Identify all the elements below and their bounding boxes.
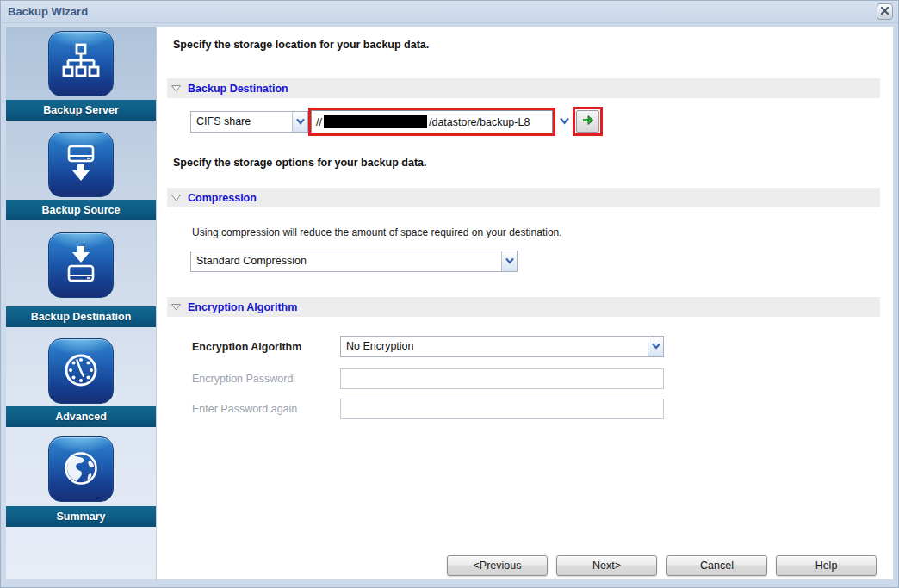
destination-path-input[interactable]: // /datastore/backup-L8	[311, 110, 553, 133]
sidebar-item-advanced[interactable]: Advanced	[6, 406, 156, 427]
previous-button[interactable]: <Previous	[447, 555, 548, 576]
destination-path-dropdown-trigger[interactable]	[557, 113, 571, 130]
help-button-label: Help	[815, 560, 838, 572]
x-icon	[880, 6, 890, 18]
chevron-down-icon[interactable]	[292, 112, 307, 132]
confirm-password-label: Enter Password again	[192, 403, 297, 415]
path-suffix: /datastore/backup-L8	[429, 116, 530, 128]
connect-go-button[interactable]	[576, 110, 599, 133]
backup-wizard-dialog: Backup Wizard Backup Server	[0, 0, 899, 588]
wizard-steps-sidebar: Backup Server Backup Source	[6, 27, 157, 579]
storage-location-heading: Specify the storage location for your ba…	[173, 39, 429, 51]
clock-icon	[60, 350, 102, 393]
globe-icon	[60, 448, 102, 492]
chevron-down-icon[interactable]	[501, 251, 517, 271]
encryption-section-header[interactable]: Encryption Algorithm	[167, 297, 880, 317]
path-prefix: //	[316, 116, 322, 128]
encryption-algorithm-dropdown[interactable]: No Encryption	[340, 336, 664, 357]
green-arrow-right-icon	[581, 113, 595, 130]
arrow-into-drive-icon	[60, 244, 102, 288]
cancel-button-label: Cancel	[700, 560, 734, 572]
summary-step-icon	[48, 436, 114, 502]
next-button-label: Next>	[592, 560, 621, 572]
sidebar-item-backup-server[interactable]: Backup Server	[6, 100, 156, 121]
encryption-password-field[interactable]	[340, 368, 664, 389]
window-title: Backup Wizard	[8, 1, 88, 22]
confirm-password-field[interactable]	[340, 399, 664, 419]
section-title: Encryption Algorithm	[188, 301, 297, 313]
sidebar-item-backup-source[interactable]: Backup Source	[6, 200, 156, 220]
step-label: Backup Destination	[31, 311, 132, 323]
section-title: Compression	[188, 192, 257, 204]
backup-server-step-icon	[48, 31, 114, 96]
destination-path-annotation: // /datastore/backup-L8	[308, 108, 555, 136]
compression-dropdown[interactable]: Standard Compression	[190, 251, 518, 272]
step-label: Backup Source	[41, 204, 120, 216]
sidebar-item-summary[interactable]: Summary	[6, 506, 156, 527]
go-button-annotation	[573, 107, 603, 136]
compression-value: Standard Compression	[191, 251, 501, 271]
cancel-button[interactable]: Cancel	[666, 555, 767, 576]
network-icon	[60, 42, 102, 86]
step-label: Summary	[57, 511, 106, 523]
redacted-server-name	[324, 115, 427, 128]
step-label: Backup Server	[43, 104, 119, 116]
wizard-content: Specify the storage location for your ba…	[157, 27, 893, 579]
drive-down-arrow-icon	[60, 143, 102, 187]
titlebar: Backup Wizard	[1, 1, 898, 23]
advanced-step-icon	[48, 338, 114, 404]
encryption-algorithm-label: Encryption Algorithm	[192, 341, 301, 353]
previous-button-label: <Previous	[474, 560, 522, 572]
share-type-value: CIFS share	[191, 112, 292, 132]
backup-source-step-icon	[48, 132, 114, 197]
sidebar-item-backup-destination[interactable]: Backup Destination	[6, 306, 156, 327]
encryption-algorithm-value: No Encryption	[341, 337, 648, 356]
close-button[interactable]	[877, 3, 893, 20]
collapse-triangle-icon	[171, 83, 181, 95]
compression-description: Using compression will reduce the amount…	[192, 226, 562, 238]
backup-destination-section-header[interactable]: Backup Destination	[167, 78, 880, 98]
encryption-password-label: Encryption Password	[192, 373, 293, 385]
step-label: Advanced	[55, 411, 107, 423]
chevron-down-icon	[560, 115, 569, 127]
collapse-triangle-icon	[171, 192, 181, 204]
chevron-down-icon[interactable]	[648, 337, 663, 356]
section-title: Backup Destination	[188, 83, 288, 95]
backup-destination-step-icon	[48, 232, 114, 298]
help-button[interactable]: Help	[776, 555, 877, 576]
share-type-dropdown[interactable]: CIFS share	[190, 111, 308, 133]
next-button[interactable]: Next>	[556, 555, 657, 576]
collapse-triangle-icon	[171, 301, 181, 313]
compression-section-header[interactable]: Compression	[167, 188, 880, 207]
storage-options-heading: Specify the storage options for your bac…	[173, 157, 427, 169]
